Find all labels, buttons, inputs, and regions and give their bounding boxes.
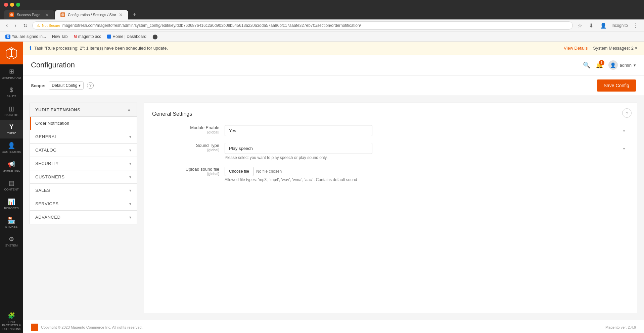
marketing-label: MARKETING xyxy=(2,169,20,173)
sound-type-select-arrow-icon: ▾ xyxy=(623,147,625,150)
maximize-button[interactable] xyxy=(16,3,20,7)
sidebar-item-reports[interactable]: 📊 REPORTS xyxy=(0,195,23,214)
customers-label: CUSTOMERS xyxy=(2,150,21,154)
menu-button[interactable]: ⋮ xyxy=(631,22,640,30)
content-icon: ▤ xyxy=(9,179,14,187)
upload-sound-label: Upload sound file [global] xyxy=(152,167,219,176)
tab-close-icon[interactable]: ✕ xyxy=(45,12,49,17)
browser-chrome: Success Page ✕ Configuration / Settings … xyxy=(0,0,644,19)
tab-success-page[interactable]: Success Page ✕ xyxy=(4,10,54,19)
bookmark-home-label: Home | Dashboard xyxy=(112,34,146,39)
left-panel: YUDIZ EXTENSIONS ▲ Order Notification GE… xyxy=(30,103,137,313)
sound-type-control: Play speech Play sound only ▾ Please sel… xyxy=(225,143,629,160)
sidebar-item-stores[interactable]: 🏪 STORES xyxy=(0,213,23,232)
collapse-button[interactable]: ○ xyxy=(622,108,632,118)
order-notification-item[interactable]: Order Notification xyxy=(30,117,137,130)
yudiz-extensions-toggle-icon: ▲ xyxy=(127,107,131,112)
marketing-icon: 📢 xyxy=(8,161,15,168)
admin-user-menu[interactable]: 👤 admin ▾ xyxy=(608,60,636,70)
view-details-link[interactable]: View Details xyxy=(564,46,588,51)
section-catalog-header[interactable]: CATALOG ▾ xyxy=(30,144,137,157)
catalog-label: CATALOG xyxy=(4,113,18,117)
section-services-arrow-icon: ▾ xyxy=(129,202,131,206)
section-sales-header[interactable]: SALES ▾ xyxy=(30,184,137,197)
section-security: SECURITY ▾ xyxy=(30,157,137,170)
bookmark-signed-in[interactable]: S You are signed in... xyxy=(4,34,47,40)
info-icon: ℹ xyxy=(30,45,32,51)
main-content: ℹ Task "Rule processing: 2": 1 item(s) h… xyxy=(23,42,644,333)
section-security-header[interactable]: SECURITY ▾ xyxy=(30,157,137,170)
section-advanced-header[interactable]: ADVANCED ▾ xyxy=(30,211,137,224)
refresh-button[interactable]: ↻ xyxy=(21,22,30,30)
new-tab-button[interactable]: + xyxy=(129,9,140,19)
sidebar-item-system[interactable]: ⚙ SYSTEM xyxy=(0,232,23,251)
profile-button[interactable]: 👤 xyxy=(598,22,609,30)
sidebar-item-find-partners[interactable]: 🧩 FIND PARTNERS & EXTENSIONS xyxy=(0,309,23,333)
section-general-header[interactable]: GENERAL ▾ xyxy=(30,130,137,143)
notification-left: ℹ Task "Rule processing: 2": 1 item(s) h… xyxy=(30,45,168,51)
system-messages-label: System Messages: 2 xyxy=(593,46,634,51)
notification-bar: ℹ Task "Rule processing: 2": 1 item(s) h… xyxy=(23,42,644,55)
notifications-button[interactable]: 🔔 1 xyxy=(596,61,603,69)
bookmark-github[interactable]: ⬤ xyxy=(151,33,159,40)
section-services-header[interactable]: SERVICES ▾ xyxy=(30,197,137,210)
section-customers-header[interactable]: CUSTOMERS ▾ xyxy=(30,170,137,183)
sidebar-item-content[interactable]: ▤ CONTENT xyxy=(0,176,23,195)
scope-select[interactable]: Default Config ▾ xyxy=(49,81,84,90)
search-button[interactable]: 🔍 xyxy=(583,61,590,69)
scope-bar: Scope: Default Config ▾ ? Save Config xyxy=(23,75,644,96)
module-enable-select[interactable]: Yes No xyxy=(225,125,372,136)
section-sales-title: SALES xyxy=(35,188,50,193)
choose-file-button[interactable]: Choose file xyxy=(225,167,254,176)
reports-label: REPORTS xyxy=(4,207,18,210)
notification-right: View Details System Messages: 2 ▾ xyxy=(564,46,637,51)
module-enable-control: Yes No ▾ xyxy=(225,125,629,136)
dashboard-icon: ⊞ xyxy=(9,68,14,75)
browser-bar: ‹ › ↻ ⚠ Not Secure magentofresh.com/mage… xyxy=(0,19,644,32)
yudiz-icon: Y xyxy=(9,123,13,130)
section-security-title: SECURITY xyxy=(35,161,59,166)
bookmark-magento-acc[interactable]: M magento acc xyxy=(72,34,102,40)
sound-type-row: Sound Type [global] Play speech Play sou… xyxy=(152,143,629,160)
sidebar-item-customers[interactable]: 👤 CUSTOMERS xyxy=(0,138,23,157)
bookmark-label: You are signed in... xyxy=(12,34,46,39)
section-catalog: CATALOG ▾ xyxy=(30,144,137,157)
section-general-title: GENERAL xyxy=(35,134,57,139)
download-button[interactable]: ⬇ xyxy=(587,22,595,30)
tab-config-settings[interactable]: Configuration / Settings / Stor ✕ xyxy=(55,10,128,19)
sound-type-select[interactable]: Play speech Play sound only xyxy=(225,143,372,154)
sidebar-item-yudiz[interactable]: Y YUDIZ xyxy=(0,120,23,138)
stores-label: STORES xyxy=(5,225,18,229)
section-customers: CUSTOMERS ▾ xyxy=(30,170,137,184)
incognito-label: Incognito xyxy=(611,23,628,28)
footer-left: Copyright © 2023 Magento Commerce Inc. A… xyxy=(31,324,143,331)
address-prefix: Not Secure xyxy=(42,23,60,27)
magento-app: ⊞ DASHBOARD $ SALES ◫ CATALOG Y YUDIZ 👤 … xyxy=(0,42,644,333)
bookmark-button[interactable]: ☆ xyxy=(576,22,584,30)
yudiz-extensions-header[interactable]: YUDIZ EXTENSIONS ▲ xyxy=(30,103,137,117)
bookmarks-bar: S You are signed in... New Tab M magento… xyxy=(0,32,644,42)
back-button[interactable]: ‹ xyxy=(4,22,10,29)
svg-point-1 xyxy=(61,13,64,16)
close-button[interactable] xyxy=(4,3,8,7)
magento-logo[interactable] xyxy=(0,42,23,64)
admin-chevron: ▾ xyxy=(634,63,636,68)
sidebar-item-marketing[interactable]: 📢 MARKETING xyxy=(0,157,23,176)
save-config-button[interactable]: Save Config xyxy=(597,79,636,92)
bookmark-new-tab[interactable]: New Tab xyxy=(51,34,69,40)
dashboard-label: DASHBOARD xyxy=(2,76,21,80)
browser-tabs: Success Page ✕ Configuration / Settings … xyxy=(4,9,640,19)
forward-button[interactable]: › xyxy=(12,22,18,29)
sidebar-item-sales[interactable]: $ SALES xyxy=(0,83,23,102)
sidebar-item-catalog[interactable]: ◫ CATALOG xyxy=(0,102,23,120)
minimize-button[interactable] xyxy=(10,3,14,7)
address-bar[interactable]: ⚠ Not Secure magentofresh.com/magentofre… xyxy=(32,21,573,30)
module-enable-label-text: Module Enable xyxy=(190,125,219,130)
bookmark-home-dashboard[interactable]: Home | Dashboard xyxy=(106,34,148,40)
footer-version: Magento ver. 2.4.6 xyxy=(605,325,636,329)
stores-icon: 🏪 xyxy=(8,217,15,224)
sidebar-item-dashboard[interactable]: ⊞ DASHBOARD xyxy=(0,64,23,83)
scope-help-button[interactable]: ? xyxy=(87,82,94,89)
system-messages-button[interactable]: System Messages: 2 ▾ xyxy=(593,46,637,51)
tab-close-active-icon[interactable]: ✕ xyxy=(119,12,123,17)
